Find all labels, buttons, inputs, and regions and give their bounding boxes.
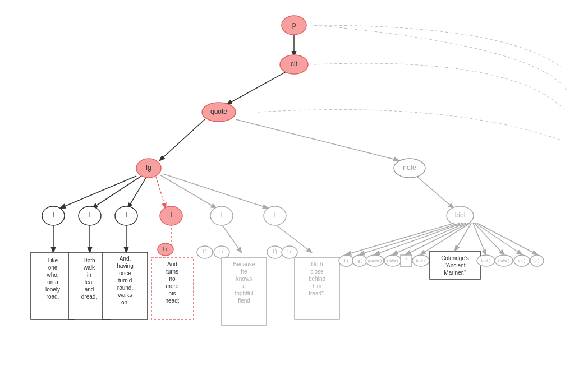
- node-bibl-label: bibl: [455, 211, 466, 219]
- dashed-quote-right: [258, 110, 561, 140]
- text-box-4-line6: head;: [165, 298, 179, 304]
- node-l6-label: l: [274, 211, 276, 219]
- edge-bibl-note1: [393, 223, 466, 254]
- text-box-4-line5: his: [169, 290, 176, 296]
- row-note-close-label: note ): [498, 258, 510, 263]
- node-cit-label: cit: [291, 60, 298, 68]
- node-l5-label: l: [221, 211, 223, 219]
- text-box-3-line7: on,: [121, 299, 129, 305]
- node-l2-label: l: [89, 211, 91, 219]
- text-box-6-line5: tread*.: [309, 290, 325, 296]
- text-box-1-line1: Like: [48, 257, 58, 263]
- lg-sub-2-label: l (: [219, 249, 224, 254]
- text-box-6-line3: behind: [309, 276, 325, 282]
- text-box-3-line4: turn'd: [118, 277, 132, 284]
- text-box-2-line4: fear: [84, 279, 94, 285]
- edge-bibl-quote1: [375, 223, 463, 254]
- edge-lg-l1: [61, 176, 136, 208]
- edge-bibl-cit-close: [475, 223, 522, 254]
- l-paren-red-label: l (: [163, 246, 168, 252]
- dashed-cit-right: [314, 63, 567, 112]
- row-lg-1-label: lg ): [356, 258, 362, 263]
- edge-lg-l5: [160, 175, 216, 208]
- row-bibl-1-label: bibl (: [416, 258, 426, 263]
- text-box-4-line3: no: [169, 276, 176, 282]
- node-l1-label: l: [53, 211, 54, 219]
- edge-lg-l4: [156, 177, 166, 208]
- text-box-6-line2: close: [310, 268, 324, 275]
- text-box-4-line2: turns: [166, 268, 178, 275]
- dashed-edge-p-right2: [314, 25, 567, 90]
- text-box-3-line5: round,: [117, 285, 133, 291]
- edge-quote-lg: [160, 119, 205, 160]
- coleridge-line1: Coleridge's: [441, 255, 469, 261]
- edge-note-bibl: [416, 176, 453, 208]
- row-note-1-label: note (: [387, 258, 399, 263]
- text-box-3-line1: And,: [120, 256, 131, 262]
- text-box-2-line6: dread,: [81, 294, 97, 300]
- lg-sub-1-label: l ): [203, 249, 207, 254]
- text-box-2-line3: in: [87, 272, 91, 278]
- node-l4-label: l: [171, 211, 172, 219]
- text-box-5-line5: frightful: [235, 290, 254, 296]
- text-box-1-line4: on a: [47, 279, 58, 285]
- text-box-2-line1: Doth: [83, 257, 95, 263]
- edge-bibl-note-close: [474, 223, 504, 254]
- row-p-close-label: p ): [534, 258, 540, 263]
- text-box-6-line1: Doth: [311, 261, 323, 267]
- text-box-5-line1: Because: [233, 261, 255, 267]
- text-box-5-line6: fiend: [238, 298, 250, 304]
- coleridge-line3: Mariner.": [444, 270, 466, 276]
- asterisk-label: *: [405, 257, 407, 263]
- node-quote-label: quote: [210, 108, 227, 115]
- edge-bibl-bibl-close: [473, 223, 486, 254]
- edge-lg-l6: [163, 174, 268, 208]
- l-paren-gray-2-label: l (: [287, 249, 292, 254]
- coleridge-line2: "Ancient: [445, 262, 466, 268]
- text-box-3-line3: once: [119, 270, 131, 276]
- row-l-1-label: l ): [344, 258, 348, 263]
- dashed-edge-p-right: [314, 25, 561, 67]
- l-paren-gray-1-label: l ): [273, 249, 277, 254]
- text-box-3-line6: walks: [117, 292, 132, 298]
- text-box-5-line3: knows: [236, 276, 252, 282]
- edge-quote-note: [236, 119, 398, 160]
- text-box-2-line2: walk: [83, 265, 95, 271]
- node-l3-label: l: [126, 211, 127, 219]
- node-note-label: note: [403, 164, 416, 172]
- tree-diagram: p cit quote lg note l l l l l l bibl Lik…: [0, 0, 588, 366]
- text-box-3-line2: having: [117, 263, 133, 269]
- text-box-5-line4: a: [242, 283, 246, 289]
- text-box-1-line2: one: [48, 265, 58, 271]
- node-lg-label: lg: [146, 164, 151, 172]
- text-box-1-line3: who,: [46, 272, 58, 278]
- row-cit-close-label: cit ): [518, 258, 526, 263]
- row-bibl-close-label: bibl ): [481, 258, 491, 263]
- text-box-5-line2: he: [241, 268, 247, 275]
- node-p-top-label: p: [292, 21, 296, 29]
- edge-lg-l2: [93, 176, 141, 208]
- text-box-1-line5: lonely: [45, 286, 60, 293]
- text-box-4-line4: more: [166, 283, 179, 289]
- text-box-1-line6: road,: [47, 294, 59, 300]
- text-box-6-line4: him: [313, 283, 321, 289]
- text-box-4-line1: And: [167, 261, 177, 267]
- edge-lg-l3: [128, 176, 147, 208]
- text-box-2-line5: and: [85, 286, 94, 293]
- edge-cit-quote: [227, 72, 286, 104]
- edge-bibl-p-close: [477, 223, 537, 254]
- row-quote-1-label: quote ): [368, 258, 382, 263]
